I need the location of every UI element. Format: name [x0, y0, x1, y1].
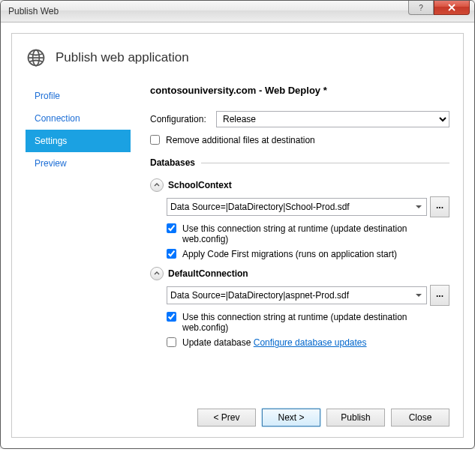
chevron-up-icon — [154, 182, 160, 188]
profile-title: contosouniversity.com - Web Deploy * — [150, 85, 449, 96]
dialog-header: Publish web application — [26, 47, 449, 68]
update-database-checkbox[interactable] — [167, 337, 176, 347]
next-button[interactable]: Next > — [262, 409, 320, 427]
titlebar: Publish Web ? — [1, 1, 474, 22]
use-runtime-checkbox[interactable] — [167, 312, 176, 322]
prev-button[interactable]: < Prev — [197, 409, 256, 427]
configuration-select[interactable]: Release — [216, 111, 449, 127]
db-name: DefaultConnection — [168, 268, 248, 279]
publish-button[interactable]: Publish — [326, 409, 385, 427]
connection-string-combo[interactable]: Data Source=|DataDirectory|School-Prod.s… — [167, 198, 427, 216]
db-name: SchoolContext — [168, 180, 232, 190]
dialog-window: Publish Web ? Publish w — [0, 0, 475, 449]
nav-item-connection[interactable]: Connection — [26, 107, 131, 130]
globe-icon — [26, 47, 47, 68]
use-runtime-label: Use this connection string at runtime (u… — [182, 312, 449, 333]
db-entry-defaultconnection: DefaultConnection Data Source=|DataDirec… — [150, 267, 449, 348]
connection-string-combo[interactable]: Data Source=|DataDirectory|aspnet-Prod.s… — [167, 286, 427, 304]
nav-item-profile[interactable]: Profile — [26, 85, 131, 107]
configuration-label: Configuration: — [150, 114, 210, 124]
browse-button[interactable]: ... — [430, 196, 449, 217]
collapse-toggle[interactable] — [150, 267, 164, 280]
collapse-toggle[interactable] — [150, 178, 164, 192]
remove-files-label: Remove additional files at destination — [166, 135, 315, 145]
dialog-heading: Publish web application — [56, 50, 189, 65]
db-entry-schoolcontext: SchoolContext Data Source=|DataDirectory… — [150, 178, 449, 259]
wizard-nav: Profile Connection Settings Preview — [26, 85, 131, 175]
remove-files-checkbox[interactable] — [150, 135, 160, 145]
window-title: Publish Web — [8, 6, 59, 16]
apply-migrations-label: Apply Code First migrations (runs on app… — [182, 249, 397, 259]
databases-heading: Databases — [150, 157, 449, 168]
apply-migrations-checkbox[interactable] — [167, 249, 176, 259]
chevron-up-icon — [154, 271, 160, 277]
close-icon — [448, 4, 455, 11]
browse-button[interactable]: ... — [430, 285, 449, 306]
use-runtime-checkbox[interactable] — [167, 223, 176, 233]
close-button[interactable]: Close — [391, 409, 449, 427]
close-window-button[interactable] — [434, 1, 470, 15]
wizard-footer: < Prev Next > Publish Close — [197, 409, 449, 427]
help-button[interactable]: ? — [408, 1, 434, 15]
update-database-label: Update database — [182, 337, 251, 348]
nav-item-preview[interactable]: Preview — [26, 152, 131, 175]
configure-database-updates-link[interactable]: Configure database updates — [254, 337, 367, 348]
settings-panel: contosouniversity.com - Web Deploy * Con… — [131, 85, 449, 355]
nav-item-settings[interactable]: Settings — [26, 130, 131, 152]
use-runtime-label: Use this connection string at runtime (u… — [182, 223, 449, 244]
